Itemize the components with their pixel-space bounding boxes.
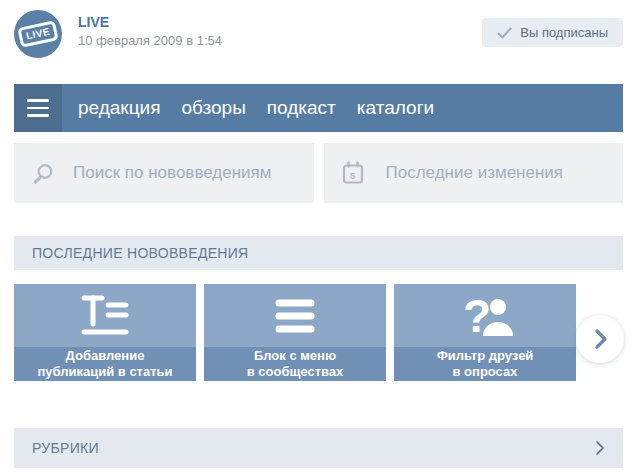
chevron-right-icon: [595, 440, 605, 456]
avatar[interactable]: LIVE: [14, 10, 62, 58]
section-rubrics-title: РУБРИКИ: [32, 440, 99, 456]
search-box[interactable]: [14, 143, 314, 203]
card-label: Фильтр друзей в опросах: [394, 347, 576, 381]
next-chevron-icon: [587, 326, 613, 352]
section-latest-innovations: ПОСЛЕДНИЕ НОВОВВЕДЕНИЯ: [14, 236, 623, 270]
nav-item-podkast[interactable]: подкаст: [267, 84, 336, 132]
card-label: Добавление публикаций в статьи: [14, 347, 196, 381]
carousel-next-button[interactable]: [576, 315, 624, 363]
hamburger-menu-button[interactable]: [14, 84, 62, 132]
check-icon: [497, 27, 512, 39]
menu-icon: [271, 294, 319, 338]
article-icon: [77, 292, 133, 340]
calendar-icon: 5: [342, 161, 364, 185]
search-icon: [32, 162, 55, 185]
card-friends-filter[interactable]: ? Фильтр друзей в опросах: [394, 284, 576, 381]
post-info: LIVE 10 февраля 2009 в 1:54: [78, 10, 482, 49]
innovations-carousel: Добавление публикаций в статьи Блок с ме…: [14, 284, 623, 381]
search-input[interactable]: [73, 163, 296, 183]
svg-text:5: 5: [350, 170, 356, 181]
section-rubrics[interactable]: РУБРИКИ: [14, 428, 623, 468]
post-header: LIVE LIVE 10 февраля 2009 в 1:54 Вы подп…: [0, 0, 637, 84]
subscribed-button[interactable]: Вы подписаны: [482, 18, 623, 47]
page: LIVE LIVE 10 февраля 2009 в 1:54 Вы подп…: [0, 0, 637, 473]
nav-items: редакция обзоры подкаст каталоги: [62, 84, 434, 132]
card-label: Блок с меню в сообществах: [204, 347, 386, 381]
subscribed-label: Вы подписаны: [520, 25, 608, 40]
section-latest-title: ПОСЛЕДНИЕ НОВОВВЕДЕНИЯ: [32, 245, 248, 261]
post-date: 10 февраля 2009 в 1:54: [78, 32, 482, 49]
card-publications-in-articles[interactable]: Добавление публикаций в статьи: [14, 284, 196, 381]
hamburger-icon: [27, 99, 49, 102]
nav-item-redakciya[interactable]: редакция: [78, 84, 160, 132]
nav-item-katalogi[interactable]: каталоги: [357, 84, 434, 132]
poll-friends-icon: ?: [455, 290, 515, 342]
navbar: редакция обзоры подкаст каталоги: [14, 84, 623, 132]
nav-item-obzory[interactable]: обзоры: [181, 84, 245, 132]
last-changes-button[interactable]: 5 Последние изменения: [324, 143, 624, 203]
community-title[interactable]: LIVE: [78, 14, 482, 31]
last-changes-label: Последние изменения: [386, 163, 564, 183]
card-menu-block[interactable]: Блок с меню в сообществах: [204, 284, 386, 381]
live-badge-icon: LIVE: [17, 20, 59, 48]
toolbar: 5 Последние изменения: [14, 143, 623, 203]
